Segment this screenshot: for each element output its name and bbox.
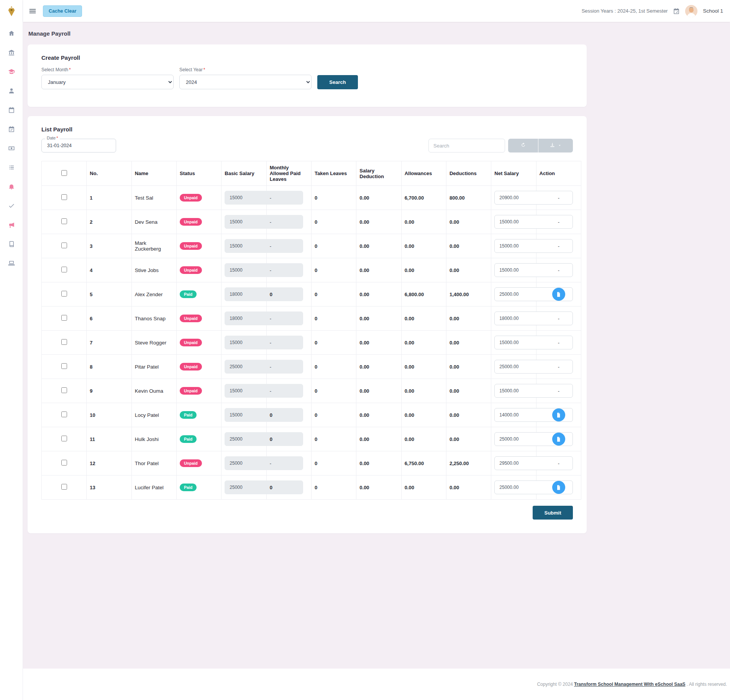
- payroll-row: 13Lucifer PatelPaid000.000.000.00: [42, 475, 581, 500]
- row-checkbox[interactable]: [61, 436, 67, 441]
- deductions-value: 2,250.00: [446, 451, 491, 475]
- basic-salary-input: [225, 287, 303, 301]
- caret-down-icon: [558, 143, 562, 149]
- date-input[interactable]: [41, 139, 116, 152]
- submit-button[interactable]: Submit: [533, 506, 573, 520]
- row-checkbox[interactable]: [61, 411, 67, 417]
- menu-toggle-icon[interactable]: [28, 7, 37, 15]
- sidebar-item-devices[interactable]: [0, 254, 23, 273]
- payslip-button[interactable]: [552, 481, 565, 494]
- allowances-value: 0.00: [401, 234, 446, 258]
- year-select[interactable]: 2024: [179, 75, 312, 89]
- graduation-icon: [8, 68, 15, 75]
- taken-leaves-value: 0: [311, 355, 356, 379]
- payslip-button[interactable]: [552, 408, 565, 421]
- payslip-button[interactable]: [552, 433, 565, 446]
- row-checkbox[interactable]: [61, 243, 67, 248]
- row-checkbox[interactable]: [61, 387, 67, 393]
- employee-name: Steve Rogger: [131, 331, 176, 355]
- col-no: No.: [87, 161, 131, 186]
- app-logo-icon[interactable]: [6, 5, 17, 17]
- deductions-value: 0.00: [446, 475, 491, 500]
- search-button[interactable]: Search: [317, 75, 358, 89]
- payroll-row: 6Thanos SnapUnpaid-00.000.000.00-: [42, 307, 581, 331]
- sidebar-nav: [0, 24, 23, 273]
- no-action: -: [558, 243, 559, 249]
- sidebar-item-library[interactable]: [0, 234, 23, 254]
- select-all-checkbox[interactable]: [61, 170, 67, 176]
- table-search-input[interactable]: [428, 139, 505, 152]
- row-checkbox[interactable]: [61, 363, 67, 369]
- status-badge: Unpaid: [180, 387, 202, 395]
- employee-name: Dev Sena: [131, 210, 176, 234]
- sidebar-item-announcements[interactable]: [0, 215, 23, 234]
- employee-name: Mark Zuckerberg: [131, 234, 176, 258]
- row-checkbox[interactable]: [61, 460, 67, 466]
- required-marker: *: [203, 67, 205, 72]
- payslip-button[interactable]: [552, 288, 565, 301]
- sidebar-item-approvals[interactable]: [0, 196, 23, 215]
- sidebar-item-academics[interactable]: [0, 62, 23, 81]
- net-salary-input[interactable]: [494, 263, 573, 277]
- row-checkbox[interactable]: [61, 315, 67, 321]
- salary-deduction-value: 0.00: [356, 258, 401, 282]
- page-footer: Copyright © 2024 Transform School Manage…: [23, 669, 730, 700]
- net-salary-input[interactable]: [494, 456, 573, 470]
- basic-salary-input: [225, 384, 303, 398]
- row-number: 8: [87, 355, 131, 379]
- required-marker: *: [69, 67, 71, 72]
- session-years-label: Session Years : 2024-25, 1st Semester: [582, 8, 668, 14]
- top-header: Cache Clear Session Years : 2024-25, 1st…: [23, 0, 730, 22]
- sidebar-item-school[interactable]: [0, 43, 23, 62]
- table-buttons: [508, 139, 573, 152]
- col-allowances: Allowances: [401, 161, 446, 186]
- employee-name: Lucifer Patel: [131, 475, 176, 500]
- file-icon: [556, 292, 561, 297]
- row-number: 4: [87, 258, 131, 282]
- home-icon: [8, 30, 15, 37]
- footer-brand-link[interactable]: Transform School Management With eSchool…: [574, 682, 686, 687]
- sidebar-item-payroll[interactable]: [0, 139, 23, 158]
- user-avatar[interactable]: [685, 5, 697, 17]
- status-badge: Unpaid: [180, 242, 202, 250]
- sidebar-item-calendar[interactable]: [0, 100, 23, 120]
- session-edit-icon[interactable]: [673, 8, 680, 15]
- sidebar-item-notifications[interactable]: [0, 177, 23, 196]
- net-salary-input[interactable]: [494, 311, 573, 325]
- sidebar-item-home[interactable]: [0, 24, 23, 43]
- net-salary-input[interactable]: [494, 191, 573, 205]
- sidebar-item-attendance[interactable]: [0, 120, 23, 139]
- status-badge: Paid: [180, 435, 197, 443]
- row-checkbox[interactable]: [61, 267, 67, 272]
- row-checkbox[interactable]: [61, 291, 67, 297]
- salary-deduction-value: 0.00: [356, 282, 401, 307]
- payroll-row: 4Stive JobsUnpaid-00.000.000.00-: [42, 258, 581, 282]
- school-name-label[interactable]: School 1: [703, 8, 723, 14]
- net-salary-input[interactable]: [494, 239, 573, 253]
- no-action: -: [558, 340, 559, 346]
- sidebar-item-students[interactable]: [0, 81, 23, 100]
- net-salary-input[interactable]: [494, 384, 573, 398]
- taken-leaves-value: 0: [311, 186, 356, 210]
- net-salary-input[interactable]: [494, 215, 573, 229]
- card-icon: [8, 145, 15, 152]
- basic-salary-input: [225, 239, 303, 253]
- month-select[interactable]: January: [41, 75, 174, 89]
- copyright-suffix: . All rights reserved.: [687, 682, 727, 687]
- payroll-table: No.NameStatusBasic SalaryMonthly Allowed…: [41, 161, 581, 500]
- sidebar-item-lists[interactable]: [0, 158, 23, 177]
- download-button[interactable]: [538, 139, 573, 152]
- net-salary-input[interactable]: [494, 360, 573, 374]
- net-salary-input[interactable]: [494, 336, 573, 349]
- row-checkbox[interactable]: [61, 484, 67, 490]
- row-checkbox[interactable]: [61, 339, 67, 345]
- col-net-salary: Net Salary: [491, 161, 536, 186]
- cache-clear-button[interactable]: Cache Clear: [43, 5, 82, 17]
- month-label: Select Month*: [41, 67, 174, 72]
- row-checkbox[interactable]: [61, 218, 67, 224]
- refresh-button[interactable]: [508, 139, 538, 152]
- basic-salary-input: [225, 336, 303, 349]
- bank-icon: [8, 49, 15, 56]
- allowances-value: 6,700.00: [401, 186, 446, 210]
- row-checkbox[interactable]: [61, 194, 67, 200]
